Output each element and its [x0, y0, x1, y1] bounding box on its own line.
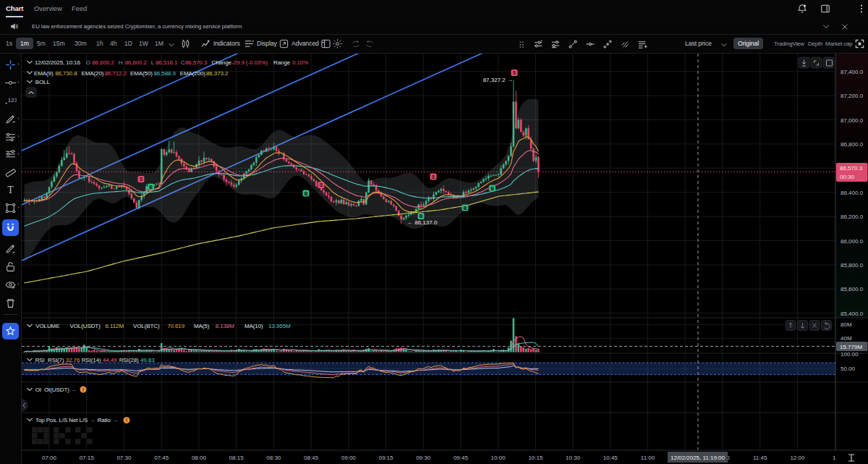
svg-text:86,600.2: 86,600.2: [93, 59, 115, 66]
svg-text:85,400.0: 85,400.0: [841, 311, 864, 317]
svg-text:08:15: 08:15: [229, 455, 244, 461]
svg-text:86,800.0: 86,800.0: [841, 141, 864, 148]
svg-text:10:45: 10:45: [603, 455, 618, 461]
svg-text:08:30: 08:30: [266, 455, 281, 461]
svg-text:VOL(USDT): VOL(USDT): [70, 323, 101, 329]
svg-text:86,200.0: 86,200.0: [841, 214, 864, 220]
svg-text:10:30: 10:30: [566, 455, 581, 461]
svg-text:86,373.2: 86,373.2: [206, 70, 229, 77]
svg-text:-29.9 (-0.03%): -29.9 (-0.03%): [231, 59, 268, 66]
svg-text:EMA(200): EMA(200): [180, 70, 206, 77]
svg-text:--: --: [114, 417, 118, 423]
svg-text:100.00: 100.00: [841, 351, 859, 358]
svg-text:B: B: [305, 191, 308, 196]
svg-text:12:00: 12:00: [790, 455, 805, 461]
svg-text:!: !: [82, 387, 84, 392]
svg-text:O: O: [86, 59, 90, 66]
svg-text:Change: Change: [212, 59, 232, 66]
svg-text:32.76: 32.76: [66, 357, 80, 363]
svg-text:S: S: [513, 70, 516, 75]
svg-text:VOL(BTC): VOL(BTC): [133, 323, 160, 329]
svg-text:86,588.9: 86,588.9: [154, 70, 176, 77]
svg-text:H: H: [119, 59, 123, 66]
svg-text:08:45: 08:45: [304, 455, 319, 461]
svg-text:Range: Range: [273, 59, 291, 66]
svg-text:80M: 80M: [841, 321, 852, 328]
svg-text:8.138M: 8.138M: [216, 323, 235, 329]
svg-text:40M: 40M: [841, 335, 852, 342]
svg-text:86,600.2: 86,600.2: [125, 59, 148, 66]
svg-text:86,730.8: 86,730.8: [55, 70, 77, 77]
svg-text:86,000.0: 86,000.0: [841, 238, 864, 245]
svg-text:MA(10): MA(10): [244, 323, 263, 329]
svg-text:RSI(14): RSI(14): [82, 357, 101, 363]
svg-text:--: --: [72, 387, 77, 393]
svg-text:10:15: 10:15: [528, 455, 543, 461]
svg-text:50.00: 50.00: [841, 366, 856, 372]
svg-text:!: !: [126, 418, 127, 423]
svg-text:RSI: RSI: [35, 357, 45, 363]
svg-text:OI: OI: [35, 387, 41, 393]
svg-text:86,570.3: 86,570.3: [840, 165, 863, 172]
svg-text:12/02/2025, 11:19:00: 12/02/2025, 11:19:00: [671, 455, 726, 461]
svg-text:Top Pos. L/S: Top Pos. L/S: [35, 417, 67, 423]
svg-text:13.955M: 13.955M: [268, 323, 291, 329]
svg-text:86,570.3: 86,570.3: [185, 59, 208, 66]
svg-text:85,600.0: 85,600.0: [841, 286, 864, 292]
svg-text:B: B: [149, 185, 153, 190]
svg-text:VOLUME: VOLUME: [35, 323, 59, 329]
svg-text:EMA(20): EMA(20): [82, 70, 104, 77]
svg-text:86,400.0: 86,400.0: [841, 190, 864, 196]
svg-text:44.49: 44.49: [103, 357, 117, 363]
svg-text:B: B: [420, 214, 423, 219]
svg-text:85,800.0: 85,800.0: [841, 262, 864, 269]
svg-text:15.779M: 15.779M: [840, 344, 862, 350]
svg-text:12/02/2025, 10:16: 12/02/2025, 10:16: [35, 59, 80, 66]
svg-text:OI(USDT): OI(USDT): [44, 387, 69, 393]
svg-text:0.10%: 0.10%: [292, 59, 308, 66]
svg-text:09:00: 09:00: [341, 455, 357, 461]
svg-text:S: S: [320, 182, 323, 187]
svg-text:B: B: [490, 186, 494, 191]
svg-text:MA(5): MA(5): [194, 323, 210, 329]
svg-text:87,200.0: 87,200.0: [841, 93, 864, 99]
svg-text:00:30: 00:30: [840, 174, 855, 180]
svg-text:EMA(50): EMA(50): [130, 70, 153, 77]
svg-text:11:00: 11:00: [641, 455, 655, 461]
svg-text:49.83: 49.83: [140, 357, 155, 363]
svg-text:1: 1: [833, 455, 836, 461]
svg-text:Ratio: Ratio: [98, 417, 111, 423]
svg-text:L: L: [151, 59, 155, 66]
svg-text:87,000.0: 87,000.0: [841, 117, 864, 124]
svg-text:6.112M: 6.112M: [106, 323, 124, 329]
svg-text:87,327.2 →: 87,327.2 →: [483, 77, 513, 83]
svg-text:EMA(9): EMA(9): [34, 70, 54, 77]
svg-text:07:15: 07:15: [80, 455, 95, 461]
svg-text:RSI(7): RSI(7): [48, 357, 64, 363]
svg-text:07:30: 07:30: [116, 455, 132, 461]
svg-text:87,400.0: 87,400.0: [841, 69, 864, 75]
svg-text:B: B: [464, 206, 467, 211]
svg-text:11:45: 11:45: [753, 455, 767, 461]
svg-text:--: --: [91, 417, 95, 423]
svg-text:70.619: 70.619: [167, 323, 185, 329]
svg-text:09:15: 09:15: [378, 455, 393, 461]
svg-text:T: T: [7, 185, 14, 195]
svg-text:S: S: [140, 177, 143, 182]
svg-text:07:45: 07:45: [154, 455, 169, 461]
svg-text:Net L/S: Net L/S: [69, 417, 88, 423]
svg-text:← 86,137.0: ← 86,137.0: [407, 219, 438, 226]
svg-text:123: 123: [8, 97, 17, 104]
svg-text:RSI(28): RSI(28): [119, 357, 139, 363]
svg-text:86,516.1: 86,516.1: [156, 59, 178, 66]
svg-text:BOLL: BOLL: [35, 79, 51, 85]
svg-text:07:00: 07:00: [42, 455, 57, 461]
svg-text:09:45: 09:45: [454, 455, 469, 461]
svg-text:08:00: 08:00: [192, 455, 207, 461]
svg-text:09:30: 09:30: [416, 455, 431, 461]
svg-text:86,712.2: 86,712.2: [105, 70, 127, 77]
svg-text:10:00: 10:00: [491, 455, 506, 461]
svg-text:S: S: [432, 174, 435, 180]
